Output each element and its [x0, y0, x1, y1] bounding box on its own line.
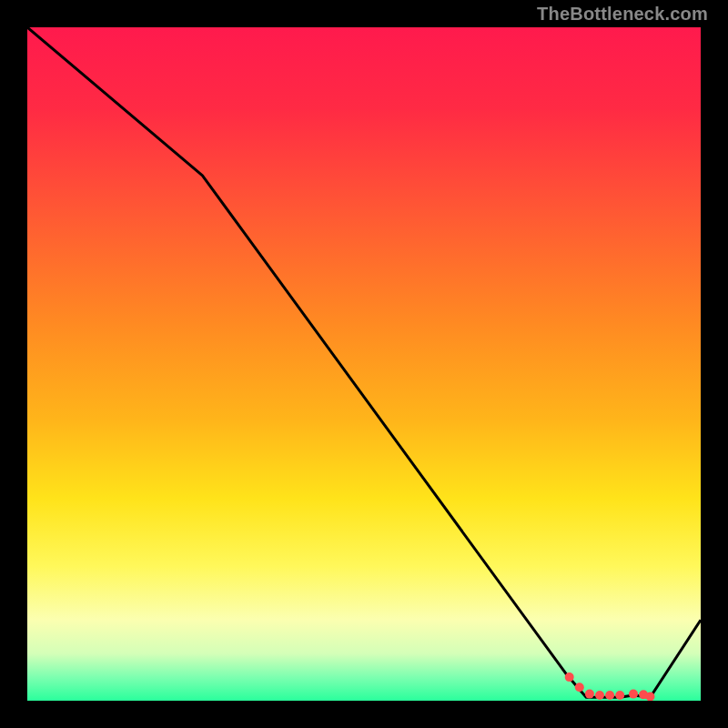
- data-point: [565, 672, 574, 682]
- chart-frame: TheBottleneck.com: [0, 0, 728, 728]
- chart-svg: [27, 27, 701, 701]
- data-point: [575, 682, 584, 692]
- data-point: [595, 691, 604, 700]
- watermark-text: TheBottleneck.com: [537, 4, 708, 25]
- data-point: [629, 690, 638, 699]
- data-point: [585, 690, 594, 699]
- data-point: [605, 691, 614, 700]
- gradient-background: [27, 27, 701, 701]
- data-point: [615, 691, 624, 700]
- plot-area: [27, 27, 701, 701]
